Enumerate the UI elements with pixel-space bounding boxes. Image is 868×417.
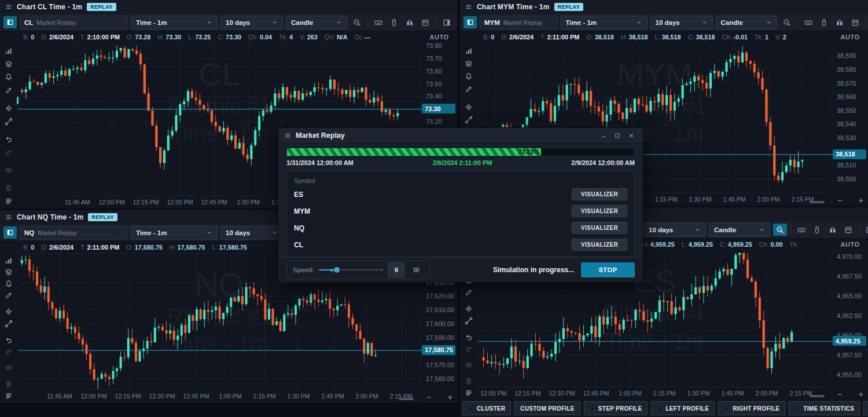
profile-tool-button[interactable]: RIGHT PROFILE <box>718 401 785 415</box>
zoom-in-plus[interactable]: + <box>859 196 863 205</box>
redo-button[interactable] <box>2 346 16 356</box>
symbol-selector[interactable]: NQMarket Replay <box>20 226 128 240</box>
timeframe-dropdown[interactable]: Time - 1m <box>131 226 218 240</box>
eye-visibility-button[interactable] <box>2 164 16 176</box>
side-panel-button[interactable] <box>863 224 868 236</box>
chart-style-dropdown[interactable]: Candle <box>286 16 347 30</box>
close-button[interactable] <box>626 130 637 141</box>
fast-forward-button[interactable] <box>410 263 424 277</box>
more-options-icon[interactable] <box>116 19 123 26</box>
range-dropdown[interactable]: 10 days <box>643 223 706 237</box>
ruler-button[interactable] <box>462 114 476 125</box>
time-axis[interactable]: 12:00 PM12:15 PM12:30 PM12:45 PM1:00 PM1… <box>478 387 832 400</box>
range-dropdown[interactable]: 10 days <box>650 16 713 30</box>
panel-link-button[interactable] <box>3 16 17 28</box>
scale-zoom-controls[interactable]: −+ <box>426 393 453 402</box>
profile-tool-button[interactable]: TIME H <box>863 401 868 415</box>
watchlist-button[interactable] <box>403 16 417 28</box>
range-dropdown[interactable]: 10 days <box>220 16 283 30</box>
visualizer-button[interactable]: VISUALIZER <box>572 222 627 234</box>
ruler-button[interactable] <box>462 316 476 325</box>
layers-button[interactable] <box>2 267 16 277</box>
minimize-button[interactable] <box>598 130 609 141</box>
redo-button[interactable] <box>462 343 476 353</box>
time-axis[interactable]: 11:45 AM12:00 PM12:15 PM12:30 PM12:45 PM… <box>18 390 421 403</box>
crosshair-button[interactable] <box>2 103 16 114</box>
visualizer-button[interactable]: VISUALIZER <box>572 239 627 251</box>
sessions-button[interactable] <box>418 16 432 28</box>
panel-link-button[interactable] <box>464 16 477 28</box>
chart-lens-button[interactable] <box>773 224 787 236</box>
drawing-pencil-button[interactable] <box>462 288 476 298</box>
chart-indicator-button[interactable] <box>462 45 476 56</box>
mouse-trading-button[interactable] <box>817 16 831 28</box>
chart-indicator-button[interactable] <box>2 45 16 57</box>
ruler-button[interactable] <box>2 116 16 127</box>
replay-progress-bar[interactable]: 73.23% <box>286 148 635 156</box>
window-menu-icon[interactable] <box>465 3 472 10</box>
symbol-selector[interactable]: CLMarket Replay <box>20 16 128 30</box>
panel-link-button[interactable] <box>3 226 17 239</box>
profile-tool-button[interactable]: CLUSTER <box>462 401 511 415</box>
eye-visibility-button[interactable] <box>462 360 476 370</box>
sessions-button[interactable] <box>841 224 855 236</box>
scale-zoom-controls[interactable]: −+ <box>837 196 863 205</box>
zoom-out-minus[interactable]: − <box>837 196 842 205</box>
timeframe-dropdown[interactable]: Time - 1m <box>561 16 648 30</box>
layers-button[interactable] <box>2 58 16 70</box>
alerts-bell-button[interactable] <box>2 279 16 288</box>
eye-visibility-button[interactable] <box>2 363 16 373</box>
price-scale-auto-label[interactable]: AUTO <box>832 241 868 248</box>
panel-list-button[interactable] <box>2 195 16 207</box>
alerts-bell-button[interactable] <box>2 71 16 83</box>
side-panel-button[interactable] <box>440 16 454 28</box>
drawing-pencil-button[interactable] <box>2 291 16 301</box>
sessions-button[interactable] <box>848 16 862 28</box>
profile-tool-button[interactable]: LEFT PROFILE <box>651 401 715 415</box>
undo-button[interactable] <box>462 332 476 342</box>
maximize-button[interactable] <box>612 130 623 141</box>
trash-button[interactable] <box>2 379 16 389</box>
chart-indicator-button[interactable] <box>2 255 16 265</box>
panel-list-button[interactable] <box>462 388 476 398</box>
panel-list-button[interactable] <box>2 391 16 401</box>
layers-button[interactable] <box>462 58 476 69</box>
zoom-in-plus[interactable]: + <box>859 390 863 399</box>
zoom-out-minus[interactable]: − <box>837 390 842 399</box>
price-scale[interactable]: 4,970.004,967.504,965.004,962.504,960.00… <box>832 251 868 400</box>
chart-lens-button[interactable] <box>350 16 364 28</box>
trash-button[interactable] <box>462 376 476 386</box>
scale-zoom-controls[interactable]: −+ <box>837 390 863 399</box>
dom-keyboard-button[interactable] <box>372 16 385 28</box>
zoom-out-minus[interactable]: − <box>426 393 431 402</box>
visualizer-button[interactable]: VISUALIZER <box>572 188 627 200</box>
watchlist-button[interactable] <box>833 16 847 28</box>
dom-keyboard-button[interactable] <box>801 16 815 28</box>
dialog-titlebar[interactable]: Market Replay <box>278 128 643 144</box>
profile-tool-button[interactable]: TIME STATISTICS <box>789 401 860 415</box>
trash-button[interactable] <box>2 182 16 194</box>
window-menu-icon[interactable] <box>5 3 12 10</box>
crosshair-button[interactable] <box>462 101 476 112</box>
profile-tool-button[interactable]: STEP PROFILE <box>584 401 648 415</box>
time-axis-scroll-handle[interactable] <box>810 395 825 397</box>
timeframe-dropdown[interactable]: Time - 1m <box>131 16 218 30</box>
drawing-pencil-button[interactable] <box>2 85 16 96</box>
mouse-trading-button[interactable] <box>810 224 824 236</box>
price-scale[interactable]: 38,59038,58038,57038,56038,55038,54038,5… <box>832 43 868 206</box>
price-scale-auto-label[interactable]: AUTO <box>421 34 457 41</box>
crosshair-button[interactable] <box>462 304 476 314</box>
drawing-pencil-button[interactable] <box>462 84 476 95</box>
price-scale-auto-label[interactable]: AUTO <box>832 34 868 41</box>
chart-lens-button[interactable] <box>780 16 794 28</box>
time-axis-scroll-handle[interactable] <box>810 201 825 203</box>
range-dropdown[interactable]: 10 days <box>220 226 283 240</box>
visualizer-button[interactable]: VISUALIZER <box>572 205 627 217</box>
window-menu-icon[interactable] <box>5 214 12 221</box>
chart-style-dropdown[interactable]: Candle <box>709 223 770 237</box>
symbol-selector[interactable]: MYMMarket Replay <box>480 16 558 30</box>
redo-button[interactable] <box>2 147 16 158</box>
speed-slider-handle[interactable] <box>334 267 340 273</box>
stop-button[interactable]: STOP <box>581 262 635 277</box>
mouse-trading-button[interactable] <box>387 16 401 28</box>
